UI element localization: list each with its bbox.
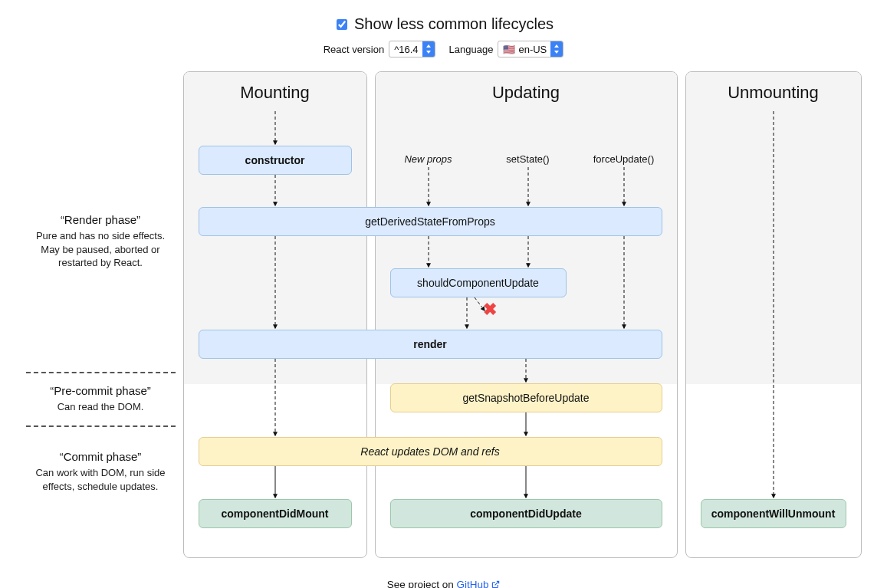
language-group: Language 🇺🇸 en-US	[449, 41, 564, 57]
box-get-snapshot[interactable]: getSnapshotBeforeUpdate	[390, 383, 662, 412]
show-less-common-row: Show less common lifecycles	[0, 15, 887, 33]
show-less-common-label: Show less common lifecycles	[354, 15, 554, 33]
chevron-updown-icon	[550, 41, 563, 57]
phase-desc: Can read the DOM.	[26, 400, 176, 414]
trigger-force-update: forceUpdate()	[586, 153, 662, 165]
box-should-update[interactable]: shouldComponentUpdate	[390, 268, 567, 297]
box-get-derived[interactable]: getDerivedStateFromProps	[199, 207, 662, 236]
trigger-new-props: New props	[390, 153, 467, 165]
language-select[interactable]: 🇺🇸 en-US	[498, 41, 563, 57]
phase-label-precommit: “Pre-commit phase” Can read the DOM.	[26, 384, 176, 414]
svg-line-17	[495, 581, 499, 585]
column-title-updating: Updating	[376, 72, 677, 112]
column-mounting: Mounting	[183, 71, 367, 558]
column-updating: Updating	[375, 71, 678, 558]
box-render[interactable]: render	[199, 330, 662, 359]
language-value: 🇺🇸 en-US	[498, 44, 550, 55]
show-less-common-checkbox[interactable]	[337, 19, 347, 30]
trigger-set-state: setState()	[490, 153, 567, 165]
box-constructor[interactable]: constructor	[199, 146, 352, 175]
column-unmounting: Unmounting	[685, 71, 862, 558]
react-version-value: ^16.4	[389, 44, 422, 55]
github-link[interactable]: GitHub	[457, 579, 489, 588]
chevron-updown-icon	[422, 41, 435, 57]
column-title-mounting: Mounting	[184, 72, 366, 112]
react-version-select[interactable]: ^16.4	[389, 41, 435, 57]
box-component-did-mount[interactable]: componentDidMount	[199, 499, 352, 528]
selects-row: React version ^16.4 Language 🇺🇸 en-US	[0, 41, 887, 57]
box-component-will-unmount[interactable]: componentWillUnmount	[701, 499, 846, 528]
footer: See project on GitHub	[0, 570, 887, 588]
abort-x-icon: ✖	[483, 300, 497, 320]
external-link-icon	[491, 580, 500, 588]
header: Show less common lifecycles React versio…	[0, 0, 887, 57]
render-phase-zone	[686, 72, 861, 384]
phase-desc: Can work with DOM, run side effects, sch…	[26, 466, 176, 493]
react-version-label: React version	[324, 44, 384, 55]
phase-label-render: “Render phase” Pure and has no side effe…	[26, 213, 176, 270]
phase-title: “Render phase”	[26, 213, 176, 226]
phase-divider	[26, 372, 176, 373]
lifecycle-diagram: Mounting Updating Unmounting “Render pha…	[26, 71, 862, 570]
footer-text: See project on	[387, 579, 457, 588]
phase-divider	[26, 425, 176, 427]
phase-label-commit: “Commit phase” Can work with DOM, run si…	[26, 450, 176, 493]
language-label: Language	[449, 44, 494, 55]
flag-icon: 🇺🇸	[503, 44, 515, 55]
phase-desc: Pure and has no side effects. May be pau…	[26, 229, 176, 270]
react-version-group: React version ^16.4	[324, 41, 435, 57]
phase-title: “Pre-commit phase”	[26, 384, 176, 397]
box-react-updates: React updates DOM and refs	[199, 437, 662, 466]
phase-title: “Commit phase”	[26, 450, 176, 463]
box-component-did-update[interactable]: componentDidUpdate	[390, 499, 662, 528]
column-title-unmounting: Unmounting	[686, 72, 861, 112]
